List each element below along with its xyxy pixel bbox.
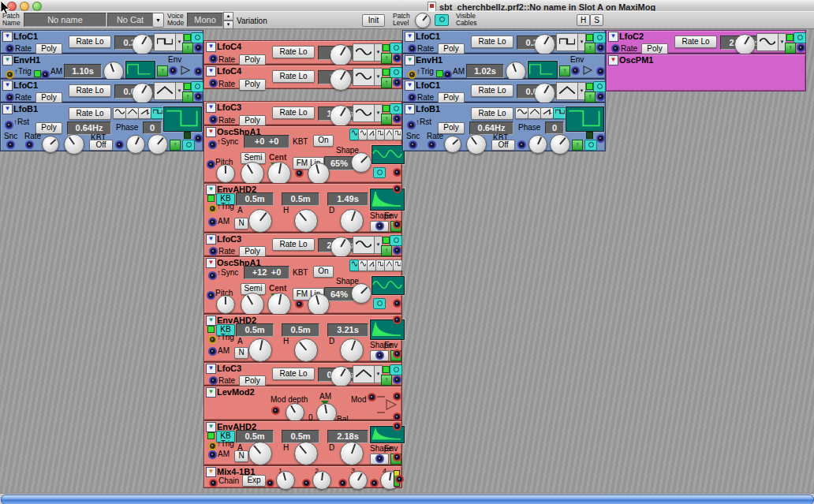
- knob[interactable]: [248, 209, 272, 233]
- value-display[interactable]: 0.5m: [236, 323, 274, 337]
- knob[interactable]: [216, 164, 235, 183]
- expand-button[interactable]: ↑: [572, 140, 583, 151]
- module-menu-button[interactable]: ▼: [206, 387, 216, 398]
- input-port[interactable]: [517, 140, 526, 149]
- module-menu-button[interactable]: ▼: [206, 234, 216, 245]
- module-lfoc1[interactable]: ▼LfoC1RatePolyRate Lo0.25Hz▼↑: [402, 30, 606, 54]
- power-button[interactable]: [390, 364, 402, 375]
- tri-wave-icon[interactable]: [353, 365, 375, 383]
- module-lfoc3[interactable]: ▼LfoC3RatePolyRate Lo0.13Hz▼↑: [204, 362, 402, 386]
- square-wave-select-button[interactable]: [151, 107, 164, 119]
- knob[interactable]: [147, 134, 168, 155]
- output-port[interactable]: [596, 43, 605, 52]
- knob[interactable]: [528, 135, 547, 154]
- stepper-down-icon[interactable]: ▼: [223, 21, 233, 29]
- module-menu-button[interactable]: ▼: [608, 55, 618, 65]
- module-envahd2[interactable]: ▼EnvAHD2KB↑TrigAM0.5m0.5m1.49sAHDNShape↑…: [204, 183, 402, 233]
- module-envh1[interactable]: ▼EnvH1Env↑TrigAM1.02s↑: [402, 54, 606, 79]
- output-port[interactable]: [797, 43, 805, 52]
- knob[interactable]: [340, 338, 364, 362]
- expand-button[interactable]: ↑: [182, 91, 193, 103]
- power-button[interactable]: [182, 140, 195, 151]
- knob[interactable]: [330, 237, 352, 258]
- value-display[interactable]: 0.5m: [236, 192, 274, 206]
- tri-wave-select-button[interactable]: [528, 107, 541, 119]
- module-levmod2[interactable]: ▼LevMod2Mod depthAM0Bal.Mod: [204, 386, 402, 420]
- input-port[interactable]: [302, 479, 311, 487]
- input-port[interactable]: [6, 44, 14, 53]
- output-port[interactable]: [393, 54, 401, 62]
- input-port[interactable]: [209, 376, 218, 385]
- module-menu-button[interactable]: ▼: [608, 32, 618, 42]
- tri-wave-icon[interactable]: [154, 82, 176, 100]
- module-menu-button[interactable]: ▼: [206, 127, 216, 137]
- input-port[interactable]: [41, 70, 50, 79]
- expand-button[interactable]: ↑: [559, 65, 570, 77]
- input-port[interactable]: [375, 222, 384, 230]
- expand-button[interactable]: ↑: [381, 375, 392, 386]
- knob[interactable]: [294, 338, 318, 362]
- input-port[interactable]: [25, 140, 34, 149]
- voice-mode-stepper[interactable]: ▲▼: [223, 12, 233, 29]
- input-port[interactable]: [443, 70, 452, 79]
- output-port[interactable]: [393, 78, 401, 87]
- kbt-button[interactable]: Off: [89, 140, 113, 151]
- rate-lo-button[interactable]: Rate Lo: [272, 46, 315, 58]
- power-button[interactable]: [373, 298, 386, 309]
- input-port[interactable]: [271, 406, 280, 415]
- cables-shown-button[interactable]: S: [590, 14, 603, 26]
- patch-power-button[interactable]: [435, 14, 449, 26]
- knob[interactable]: [466, 134, 487, 155]
- value-display[interactable]: 3.21s: [327, 323, 368, 337]
- module-menu-button[interactable]: ▼: [2, 104, 13, 114]
- close-button[interactable]: [7, 2, 17, 11]
- output-port[interactable]: [393, 392, 401, 401]
- rate-lo-button[interactable]: Rate Lo: [471, 35, 513, 48]
- module-menu-button[interactable]: ▼: [206, 364, 216, 374]
- kbt-button[interactable]: Off: [491, 140, 515, 151]
- knob[interactable]: [534, 34, 555, 55]
- knob[interactable]: [132, 83, 153, 104]
- input-port[interactable]: [408, 70, 416, 79]
- knob[interactable]: [734, 34, 756, 55]
- input-port[interactable]: [6, 70, 14, 79]
- knob[interactable]: [286, 403, 304, 422]
- module-menu-button[interactable]: ▼: [206, 422, 216, 432]
- poly-button[interactable]: Poly: [239, 79, 266, 91]
- power-button[interactable]: [793, 32, 806, 43]
- module-menu-button[interactable]: ▼: [2, 55, 13, 65]
- value-display[interactable]: 0.5m: [282, 323, 319, 337]
- knob[interactable]: [330, 366, 352, 387]
- input-port[interactable]: [266, 479, 274, 487]
- module-menu-button[interactable]: ▼: [206, 315, 216, 326]
- sine-wave-select-button[interactable]: [113, 107, 126, 119]
- n-button[interactable]: N: [234, 218, 248, 230]
- output-port[interactable]: [393, 375, 401, 384]
- module-menu-button[interactable]: ▼: [2, 32, 13, 42]
- module-menu-button[interactable]: ▼: [405, 104, 415, 114]
- value-display[interactable]: 0: [143, 121, 162, 134]
- input-port[interactable]: [208, 347, 217, 356]
- sine-wave-icon[interactable]: [353, 68, 375, 86]
- kbt-button[interactable]: On: [313, 266, 334, 278]
- sine-wave-select-button[interactable]: [515, 107, 528, 119]
- module-menu-button[interactable]: ▼: [405, 55, 415, 65]
- input-port[interactable]: [338, 479, 347, 487]
- knob[interactable]: [330, 69, 352, 91]
- knob[interactable]: [550, 134, 570, 155]
- input-port[interactable]: [207, 160, 215, 169]
- input-port[interactable]: [209, 54, 218, 63]
- output-port[interactable]: [393, 246, 401, 255]
- module-lfoc1[interactable]: ▼LfoC1RatePolyRate Lo0.25Hz▼↑: [0, 30, 204, 54]
- zoom-button[interactable]: [32, 2, 42, 11]
- power-button[interactable]: [390, 43, 402, 54]
- module-menu-button[interactable]: ▼: [206, 467, 216, 477]
- power-button[interactable]: [584, 140, 597, 151]
- horizontal-scrollbar[interactable]: [0, 493, 814, 504]
- input-port[interactable]: [208, 450, 217, 459]
- knob[interactable]: [534, 83, 555, 104]
- input-port[interactable]: [428, 140, 436, 149]
- module-lfoc2[interactable]: ▼LfoC2RatePolyRate Lo2.42Hz▼↑: [606, 30, 806, 54]
- power-button[interactable]: [593, 32, 606, 43]
- voice-mode-field[interactable]: Mono: [187, 13, 223, 27]
